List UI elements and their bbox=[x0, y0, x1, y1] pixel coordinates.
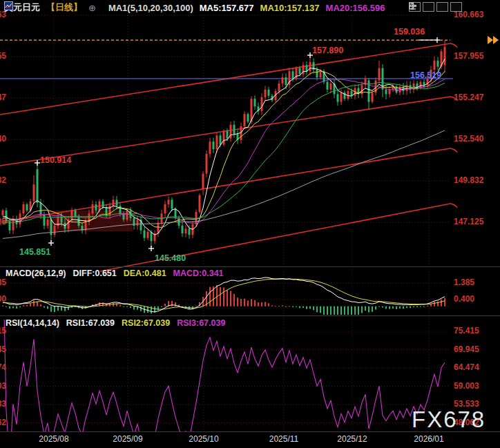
rsi2-value: RSI2:67.039 bbox=[122, 318, 170, 328]
price-axis-left-fragment: 149.832 bbox=[0, 175, 6, 185]
rsi-line bbox=[3, 249, 445, 448]
rsi-gridlines bbox=[0, 331, 450, 423]
rsi-axis-left-fragment: 59.003 bbox=[0, 381, 6, 391]
price-axis-label: 152.540 bbox=[454, 134, 498, 144]
macd-histogram bbox=[2, 285, 445, 321]
price-axis-left-fragment: 155.247 bbox=[0, 92, 6, 102]
rsi-axis-label: 59.003 bbox=[454, 381, 498, 391]
macd-diff-value: DIFF:0.651 bbox=[73, 269, 117, 278]
ma-settings-label[interactable]: MA1(5,10,20,30,100) bbox=[108, 3, 193, 13]
y-axis-scale-icon[interactable] bbox=[423, 2, 434, 12]
rsi-axis-label: 69.945 bbox=[454, 344, 498, 354]
rsi3-value: RSI3:67.039 bbox=[177, 318, 225, 328]
x-axis-month-label[interactable]: 2025/08 bbox=[30, 434, 78, 444]
expand-icon[interactable]: ⊕ bbox=[88, 3, 96, 13]
x-axis-month-label[interactable]: 2025/12 bbox=[328, 434, 376, 444]
price-annotation-label: 150.914 bbox=[40, 155, 71, 165]
rsi1-value: RSI1:67.039 bbox=[66, 318, 115, 328]
chart-window: 美元日元 【日线】 ⊕ MA1(5,10,20,30,100) MA5:157.… bbox=[0, 0, 500, 448]
x-axis-month-label[interactable]: 2025/11 bbox=[260, 434, 308, 444]
price-annotation-label: 145.851 bbox=[19, 247, 50, 257]
macd-axis-label: 0.400 bbox=[454, 294, 498, 304]
ma5-value: MA5:157.677 bbox=[200, 3, 254, 13]
period-label[interactable]: 【日线】 bbox=[46, 1, 82, 14]
price-axis-label: 149.832 bbox=[454, 175, 498, 185]
rsi-axis-label: 75.415 bbox=[454, 326, 498, 335]
rsi-axis-left-fragment: 48.062 bbox=[0, 418, 6, 427]
ma20-line bbox=[3, 79, 445, 223]
chart-toolbar bbox=[409, 2, 462, 12]
rsi-header: RSI(14,14,14) RSI1:67.039 RSI2:67.039 RS… bbox=[6, 318, 225, 328]
macd-axis-left-fragment: 1.385 bbox=[0, 277, 6, 287]
x-axis-month-label[interactable]: 2025/10 bbox=[180, 434, 228, 444]
macd-axis-label: 1.385 bbox=[454, 277, 498, 287]
price-axis-left-fragment: 157.955 bbox=[0, 51, 6, 61]
macd-dea-value: DEA:0.481 bbox=[124, 269, 166, 278]
ma5-line bbox=[3, 59, 445, 235]
rsi-axis-left-fragment: 69.945 bbox=[0, 344, 6, 354]
macd-axis-left-fragment: 0.400 bbox=[0, 294, 6, 304]
price-annotation-label: 156.519 bbox=[410, 70, 441, 80]
price-axis-label: 157.955 bbox=[454, 51, 498, 61]
rsi-axis-left-fragment: 53.533 bbox=[0, 399, 6, 409]
x-axis-scale-icon[interactable] bbox=[436, 2, 448, 12]
price-axis-left-fragment: 152.540 bbox=[0, 134, 6, 144]
price-annotation-label: 159.036 bbox=[394, 27, 425, 37]
ma10-value: MA10:157.137 bbox=[260, 3, 320, 13]
fx678-watermark: FX678 bbox=[412, 407, 485, 433]
price-axis-label: 155.247 bbox=[454, 92, 498, 102]
price-axis-left-fragment: 147.125 bbox=[0, 217, 6, 226]
ma20-value: MA20:156.596 bbox=[326, 3, 385, 13]
x-axis-month-label[interactable]: 2025/09 bbox=[104, 434, 152, 444]
price-alert-marker-icon bbox=[488, 36, 499, 44]
price-annotation-label: 145.480 bbox=[155, 253, 186, 263]
price-axis-label: 147.125 bbox=[454, 217, 498, 226]
chart-canvas[interactable] bbox=[0, 0, 500, 448]
price-annotation-label: 157.890 bbox=[312, 46, 343, 55]
macd-gridlines bbox=[0, 283, 450, 306]
macd-header: MACD(26,12,9) DIFF:0.651 DEA:0.481 MACD:… bbox=[6, 269, 224, 278]
macd-value: MACD:0.341 bbox=[173, 269, 224, 278]
macd-title[interactable]: MACD(26,12,9) bbox=[6, 269, 66, 278]
chart-header: 美元日元 【日线】 ⊕ MA1(5,10,20,30,100) MA5:157.… bbox=[4, 1, 385, 14]
rsi-axis-left-fragment: 64.474 bbox=[0, 362, 6, 372]
rsi-title[interactable]: RSI(14,14,14) bbox=[6, 318, 59, 328]
pan-right-icon[interactable] bbox=[450, 2, 462, 12]
rsi-magenta-line bbox=[3, 249, 445, 448]
x-axis-month-label[interactable]: 2026/01 bbox=[405, 434, 453, 444]
rsi-axis-label: 64.474 bbox=[454, 362, 498, 372]
